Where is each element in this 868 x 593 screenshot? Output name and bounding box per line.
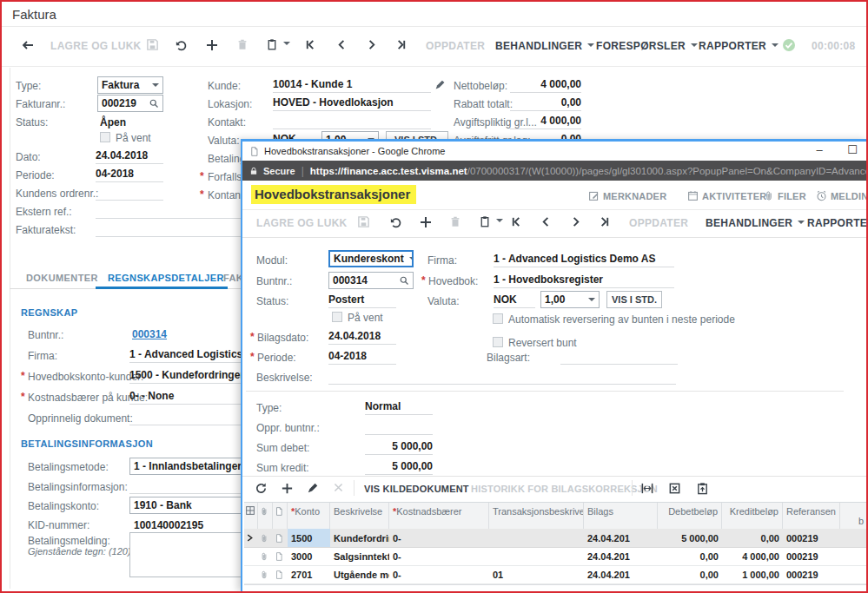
last-record-icon[interactable] (394, 38, 407, 51)
valuta-currency[interactable]: NOK (494, 293, 535, 308)
cell-kostnadsbaerer[interactable]: 0- (389, 547, 489, 565)
tab-regnskapsdetaljer[interactable]: REGNSKAPSDETALJER (108, 273, 224, 283)
kostnadsbaerer-value[interactable]: 0- - None (129, 390, 242, 405)
header-referansen[interactable]: Referansen (783, 503, 840, 529)
next-record-icon[interactable] (365, 38, 378, 51)
minimize-button[interactable]: – (809, 144, 830, 158)
prev-record-icon[interactable] (540, 215, 553, 228)
cell-transaksjonsbeskrivelse[interactable] (489, 547, 584, 565)
prev-record-icon[interactable] (335, 38, 348, 51)
row-notes-cell[interactable] (273, 565, 288, 583)
popup-save-close-button[interactable]: LAGRE OG LUKK (256, 217, 348, 229)
table-row[interactable]: 1500 Kundefordringer 0- 24.04.201 5 000,… (244, 529, 868, 548)
cell-partial[interactable] (840, 565, 868, 583)
row-notes-cell[interactable] (273, 547, 288, 565)
add-row-icon[interactable] (281, 482, 294, 495)
cell-bilags[interactable]: 24.04.201 (584, 565, 658, 583)
betalingskonto-select[interactable]: 1910 - Bank (129, 497, 242, 514)
firma-value[interactable]: 1 - Advanced Logistics Demo A (129, 348, 242, 363)
first-record-icon[interactable] (304, 38, 317, 51)
popup-rapporter-menu[interactable]: RAPPORTER (807, 217, 868, 229)
auto-reversering-checkbox[interactable] (493, 313, 503, 324)
periode-value[interactable]: 04-2018 (96, 168, 163, 182)
valuta-rate-select[interactable]: 1,00 (540, 291, 600, 308)
buntnr-link[interactable]: 000314 (132, 328, 167, 340)
refresh-icon[interactable] (255, 482, 268, 495)
ekstern-ref-input[interactable] (96, 204, 242, 219)
historikk-button[interactable]: HISTORIKK FOR BILAGSKORREKSJON (471, 484, 658, 494)
cell-kreditbelop[interactable]: 4 000,00 (722, 547, 783, 565)
fakturatekst-input[interactable] (96, 222, 242, 237)
reversert-bunt-checkbox[interactable] (493, 337, 503, 347)
cell-transaksjonsbeskrivelse[interactable] (489, 529, 584, 547)
delete-row-icon[interactable] (333, 482, 344, 493)
header-bilags[interactable]: Bilags (584, 503, 658, 529)
bilagsart-input[interactable] (560, 350, 678, 365)
undo-icon[interactable] (388, 216, 402, 229)
cell-debetbelop[interactable]: 0,00 (658, 547, 722, 565)
delete-icon[interactable] (236, 38, 248, 51)
header-beskrivelse[interactable]: Beskrivelse (330, 503, 389, 529)
betalingsinformasjon-input[interactable] (129, 479, 242, 494)
cell-referansen[interactable]: 000219 (783, 565, 840, 583)
search-icon[interactable] (149, 98, 159, 109)
row-files-cell[interactable] (258, 565, 273, 583)
cell-konto[interactable]: 3000 (288, 547, 330, 565)
header-kostnadsbaerer[interactable]: *Kostnadsbærer (389, 503, 489, 529)
cell-kostnadsbaerer[interactable]: 0- (389, 529, 489, 547)
row-files-cell[interactable] (258, 529, 273, 547)
hovedbok-value[interactable]: 1 - Hovedboksregister (494, 273, 674, 288)
save-icon[interactable] (146, 38, 159, 51)
maximize-button[interactable]: ☐ (842, 144, 863, 158)
save-icon[interactable] (357, 215, 370, 228)
search-icon[interactable] (399, 275, 409, 286)
fakturanr-input[interactable]: 000219 (97, 95, 163, 112)
cell-referansen[interactable]: 000219 (783, 547, 840, 565)
cell-beskrivelse[interactable]: Kundefordringer (330, 529, 389, 547)
cell-partial[interactable] (840, 529, 868, 547)
dato-value[interactable]: 24.04.2018 (96, 149, 163, 164)
last-record-icon[interactable] (598, 215, 611, 228)
row-notes-cell[interactable] (273, 529, 288, 547)
pa-vent-checkbox[interactable] (100, 132, 110, 142)
cell-konto[interactable]: 2701 (288, 565, 330, 583)
popup-titlebar[interactable]: Hovedbokstransaksjoner - Google Chrome –… (242, 142, 868, 161)
tab-dokumenter[interactable]: DOKUMENTER (26, 273, 98, 283)
undo-icon[interactable] (174, 39, 188, 52)
pa-vent-checkbox[interactable] (332, 312, 342, 322)
table-row[interactable]: 2701 Utgående merve... 0- 01 24.04.201 0… (244, 565, 868, 584)
next-record-icon[interactable] (569, 215, 582, 228)
popup-addressbar[interactable]: Secure | https://finance.acc.test.visma.… (242, 161, 868, 181)
vis-i-std-button[interactable]: VIS I STD. (606, 291, 662, 308)
edit-pencil-icon[interactable] (434, 79, 446, 90)
paste-from-clipboard-icon[interactable] (696, 482, 709, 495)
table-row[interactable]: 3000 Salgsinntekter, a... 0- 24.04.201 0… (244, 547, 868, 566)
foresporsler-menu[interactable]: FORESPØRSLER (596, 40, 698, 52)
betalingsmetode-select[interactable]: 1 - Innlandsbetalinger (129, 458, 242, 475)
cell-konto[interactable]: 1500 (288, 529, 330, 547)
buntnr-input[interactable]: 000314 (328, 272, 414, 289)
lokasjon-value[interactable]: HOVED - Hovedlokasjon (273, 96, 431, 111)
cell-beskrivelse[interactable]: Salgsinntekter, a... (330, 547, 389, 565)
oppr-buntnr-input[interactable] (365, 420, 433, 435)
kundens-ordrenr-input[interactable] (96, 186, 163, 201)
column-config-button[interactable] (244, 503, 258, 529)
popup-update-button[interactable]: OPPDATER (629, 217, 688, 229)
cell-kreditbelop[interactable]: 0,00 (722, 529, 783, 547)
add-icon[interactable] (205, 38, 219, 52)
save-close-button[interactable]: LAGRE OG LUKK (50, 40, 142, 52)
behandlinger-menu[interactable]: BEHANDLINGER (495, 40, 594, 52)
hovedbokskonto-value[interactable]: 1500 - Kundefordringer (129, 369, 242, 384)
cell-kostnadsbaerer[interactable]: 0- (389, 565, 489, 583)
periode-value[interactable]: 04-2018 (328, 350, 396, 365)
header-files-column[interactable] (258, 503, 273, 529)
bilagsdato-value[interactable]: 24.04.2018 (328, 330, 396, 345)
kontakt-input[interactable] (273, 115, 431, 129)
back-icon[interactable] (21, 38, 35, 52)
aktiviteter-button[interactable]: AKTIVITETER (687, 190, 766, 201)
popup-behandlinger-menu[interactable]: BEHANDLINGER (706, 217, 805, 229)
type-select[interactable]: Faktura (97, 76, 163, 94)
opprinnelig-dokument-input[interactable] (129, 411, 242, 425)
export-excel-icon[interactable] (668, 482, 681, 495)
meldinger-button[interactable]: MELDINGER (816, 190, 868, 201)
